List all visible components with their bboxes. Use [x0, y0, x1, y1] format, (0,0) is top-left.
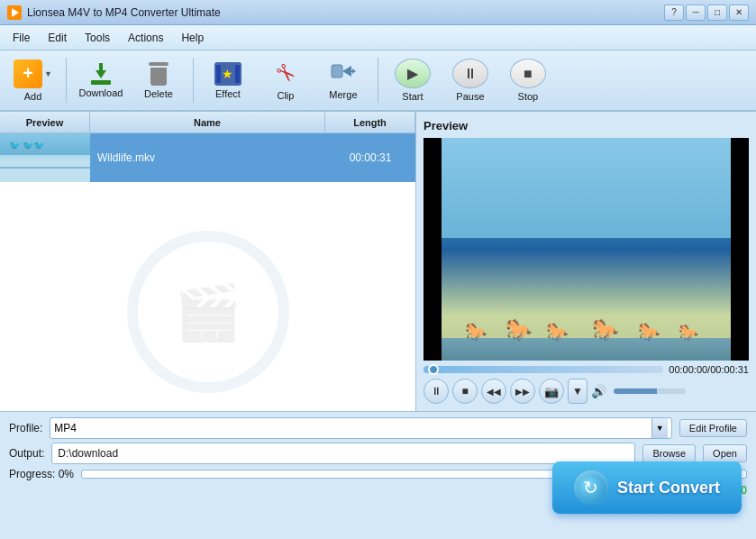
col-header-name: Name [90, 112, 325, 132]
start-label: Start [402, 91, 423, 102]
pause-button[interactable]: ⏸ Pause [443, 54, 497, 106]
clip-icon: ✂ [269, 57, 302, 90]
playback-controls: ⏸ ■ ◀◀ ▶▶ 📷 ▼ 🔊 [424, 379, 749, 404]
start-convert-area: ↻ Start Convert [552, 461, 742, 514]
download-icon [91, 63, 111, 85]
menu-tools[interactable]: Tools [76, 28, 119, 48]
progress-label: Progress: 0% [9, 468, 74, 480]
stop-icon: ■ [510, 59, 546, 88]
video-content: 🐎 🐎 🐎 🐎 🐎 🐎 [424, 138, 749, 361]
maximize-button[interactable]: □ [707, 5, 727, 21]
pause-label: Pause [456, 91, 484, 102]
titlebar: Lionsea M4V to MP4 Converter Ultimate ? … [0, 0, 756, 25]
volume-slider[interactable] [614, 388, 686, 394]
close-button[interactable]: ✕ [729, 5, 749, 21]
time-display: 00:00:00/00:00:31 [669, 364, 749, 375]
sky-area [442, 138, 731, 238]
add-label: Add [24, 91, 42, 102]
output-path[interactable]: D:\download [51, 443, 635, 464]
svg-marker-5 [352, 69, 356, 74]
browse-button[interactable]: Browse [642, 444, 696, 462]
bottom-section: Profile: MP4 ▼ Edit Profile Output: D:\d… [0, 411, 756, 528]
add-button[interactable]: ▼ Add [7, 54, 59, 106]
file-name: Wildlife.mkv [90, 133, 325, 182]
col-header-preview: Preview [0, 112, 90, 132]
seek-bar[interactable] [424, 366, 663, 373]
vid-right-bar [731, 138, 749, 361]
window-controls: ? ─ □ ✕ [664, 5, 749, 21]
watermark: 🎬 [127, 231, 289, 393]
profile-value: MP4 [54, 422, 651, 434]
clip-button[interactable]: ✂ Clip [259, 54, 313, 106]
start-convert-button[interactable]: ↻ Start Convert [552, 461, 742, 514]
subtitle-button[interactable]: ▼ [568, 379, 587, 404]
help-icon[interactable]: ? [664, 5, 684, 21]
menubar: File Edit Tools Actions Help [0, 25, 756, 50]
menu-edit[interactable]: Edit [39, 28, 76, 48]
preview-panel: Preview 🐎 🐎 🐎 🐎 🐎 🐎 [416, 112, 756, 411]
vid-left-bar [424, 138, 442, 361]
svg-rect-2 [332, 65, 342, 78]
file-list: Preview Name Length 🐦 🐦🐦 Wildlife.mkv 00… [0, 112, 416, 411]
minimize-button[interactable]: ─ [686, 5, 706, 21]
seek-thumb[interactable] [428, 364, 439, 375]
water-area [442, 338, 731, 361]
start-icon: ▶ [395, 59, 431, 88]
pause-playback-button[interactable]: ⏸ [424, 379, 449, 404]
thumb-image: 🐦 🐦🐦 [0, 133, 90, 182]
menu-file[interactable]: File [4, 28, 39, 48]
profile-row: Profile: MP4 ▼ Edit Profile [9, 417, 747, 439]
open-button[interactable]: Open [703, 444, 747, 462]
output-label: Output: [9, 447, 44, 460]
menu-help[interactable]: Help [172, 28, 213, 48]
merge-icon [330, 61, 357, 87]
download-button[interactable]: Download [74, 54, 128, 106]
vid-main-area: 🐎 🐎 🐎 🐎 🐎 🐎 [442, 138, 731, 361]
menu-actions[interactable]: Actions [119, 28, 172, 48]
volume-icon: 🔊 [591, 384, 606, 398]
snapshot-button[interactable]: 📷 [539, 379, 564, 404]
profile-dropdown-arrow[interactable]: ▼ [651, 418, 668, 438]
preview-title: Preview [424, 119, 749, 132]
delete-button[interactable]: Delete [132, 54, 186, 106]
file-list-header: Preview Name Length [0, 112, 415, 133]
rewind-button[interactable]: ◀◀ [481, 379, 506, 404]
delete-icon [149, 62, 169, 86]
toolbar-separator-3 [378, 58, 378, 103]
stop-playback-button[interactable]: ■ [452, 379, 478, 404]
profile-label: Profile: [9, 422, 42, 434]
convert-label: Start Convert [617, 479, 720, 498]
birds-decoration: 🐦 🐦🐦 [9, 141, 44, 151]
clip-label: Clip [277, 90, 294, 101]
table-row[interactable]: 🐦 🐦🐦 Wildlife.mkv 00:00:31 [0, 133, 415, 182]
forward-button[interactable]: ▶▶ [510, 379, 535, 404]
profile-dropdown[interactable]: MP4 ▼ [50, 417, 671, 439]
file-thumbnail: 🐦 🐦🐦 [0, 133, 90, 182]
video-container: 🐎 🐎 🐎 🐎 🐎 🐎 [424, 138, 749, 361]
add-dropdown-arrow[interactable]: ▼ [44, 69, 52, 78]
delete-label: Delete [144, 88, 173, 99]
edit-profile-button[interactable]: Edit Profile [679, 419, 747, 437]
merge-label: Merge [329, 89, 357, 100]
window-title: Lionsea M4V to MP4 Converter Ultimate [27, 6, 664, 19]
convert-icon: ↻ [574, 470, 608, 505]
app-icon [7, 5, 22, 20]
stop-label: Stop [518, 91, 539, 102]
toolbar: ▼ Add Download Delete ★ Effect ✂ Clip [0, 50, 756, 112]
col-header-length: Length [325, 112, 415, 132]
effect-button[interactable]: ★ Effect [201, 54, 255, 106]
toolbar-separator-2 [193, 58, 194, 103]
file-length: 00:00:31 [325, 133, 415, 182]
start-button[interactable]: ▶ Start [386, 54, 440, 106]
seek-bar-container: 00:00:00/00:00:31 [424, 364, 749, 375]
stop-button[interactable]: ■ Stop [501, 54, 555, 106]
toolbar-separator-1 [66, 58, 67, 103]
pause-icon: ⏸ [452, 59, 488, 88]
effect-label: Effect [215, 88, 241, 99]
merge-button[interactable]: Merge [316, 54, 370, 106]
download-label: Download [78, 87, 123, 98]
horse-area: 🐎 🐎 🐎 🐎 🐎 🐎 [442, 270, 731, 343]
main-area: Preview Name Length 🐦 🐦🐦 Wildlife.mkv 00… [0, 112, 756, 411]
add-icon [14, 59, 42, 88]
effect-icon: ★ [214, 62, 241, 86]
